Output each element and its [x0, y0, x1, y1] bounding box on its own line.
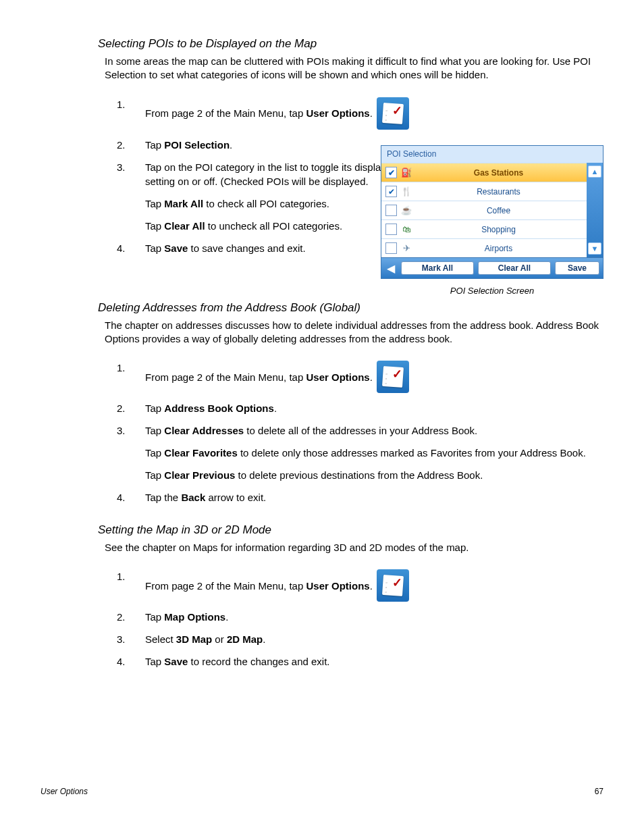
poi-category-icon: 🛍: [401, 224, 412, 234]
step-number: 2.: [117, 138, 126, 152]
checkbox-icon[interactable]: ✔: [385, 167, 397, 178]
page-number: 67: [595, 787, 603, 796]
section-intro-mapmode: See the chapter on Maps for information …: [105, 541, 603, 554]
step-text: Tap POI Selection.: [145, 139, 232, 151]
poi-row-label: Airports: [414, 244, 583, 253]
poi-window-title: POI Selection: [381, 146, 603, 163]
poi-row[interactable]: 🛍Shopping: [381, 219, 587, 238]
poi-row-label: Shopping: [414, 225, 583, 234]
step-text: Select 3D Map or 2D Map.: [145, 633, 265, 645]
poi-row[interactable]: ☕Coffee: [381, 201, 587, 219]
step-number: 1.: [117, 569, 126, 583]
step-text: From page 2 of the Main Menu, tap User O…: [145, 370, 373, 384]
step-number: 1.: [117, 97, 126, 111]
user-options-icon: ▫▫▫: [377, 361, 409, 393]
step-text: Tap Mark All to check all POI categories…: [145, 197, 402, 211]
poi-row[interactable]: ✈Airports: [381, 238, 587, 257]
step-number: 4.: [117, 654, 126, 669]
section-heading-addresses: Deleting Addresses from the Address Book…: [98, 301, 603, 315]
step-number: 4.: [117, 490, 126, 504]
section-intro-addresses: The chapter on addresses discusses how t…: [105, 319, 603, 346]
steps-addresses: 1. From page 2 of the Main Menu, tap Use…: [105, 361, 603, 504]
poi-row[interactable]: ✔🍴Restaurants: [381, 182, 587, 201]
figure-caption: POI Selection Screen: [381, 286, 603, 296]
step-text: Tap Clear All to uncheck all POI categor…: [145, 219, 402, 233]
step-text: Tap Map Options.: [145, 611, 228, 623]
checkbox-icon[interactable]: [385, 224, 397, 235]
footer-section-name: User Options: [41, 787, 88, 796]
save-button[interactable]: Save: [555, 261, 599, 275]
section-heading-poi: Selecting POIs to be Displayed on the Ma…: [98, 37, 603, 51]
poi-row[interactable]: ✔⛽Gas Stations: [381, 163, 587, 182]
scroll-down-icon[interactable]: ▼: [588, 242, 601, 255]
section-heading-mapmode: Setting the Map in 3D or 2D Mode: [98, 523, 603, 537]
step-text: From page 2 of the Main Menu, tap User O…: [145, 579, 373, 593]
step-text: Tap Save to record the changes and exit.: [145, 656, 330, 667]
poi-row-label: Coffee: [414, 206, 583, 215]
user-options-icon: ▫▫▫: [377, 97, 409, 130]
step-text: Tap Clear Previous to delete previous de…: [145, 468, 603, 482]
poi-category-icon: ✈: [401, 243, 412, 253]
back-arrow-icon[interactable]: ◀: [385, 261, 397, 276]
poi-window: POI Selection ✔⛽Gas Stations✔🍴Restaurant…: [381, 145, 603, 279]
step-number: 3.: [117, 423, 126, 438]
step-number: 2.: [117, 401, 126, 415]
step-number: 3.: [117, 632, 126, 646]
poi-category-icon: ☕: [401, 205, 412, 215]
poi-selection-figure: POI Selection ✔⛽Gas Stations✔🍴Restaurant…: [381, 145, 603, 296]
poi-row-label: Gas Stations: [414, 168, 583, 178]
poi-category-icon: ⛽: [401, 167, 412, 178]
checkbox-icon[interactable]: ✔: [385, 186, 397, 197]
user-options-icon: ▫▫▫: [377, 569, 409, 602]
scrollbar[interactable]: ▲ ▼: [587, 163, 603, 257]
step-text: Tap Save to save changes and exit.: [145, 242, 306, 254]
scroll-up-icon[interactable]: ▲: [588, 165, 601, 178]
step-text: Tap on the POI category in the list to t…: [145, 160, 402, 188]
step-text: Tap Clear Addresses to delete all of the…: [145, 423, 603, 438]
step-text: Tap Address Book Options.: [145, 402, 277, 414]
poi-row-label: Restaurants: [414, 187, 583, 197]
step-number: 3.: [117, 160, 126, 174]
page-footer: User Options 67: [41, 787, 603, 796]
step-number: 1.: [117, 361, 126, 375]
steps-mapmode: 1. From page 2 of the Main Menu, tap Use…: [105, 569, 603, 669]
step-text: Tap the Back arrow to exit.: [145, 492, 266, 503]
mark-all-button[interactable]: Mark All: [401, 261, 474, 275]
poi-category-icon: 🍴: [401, 186, 412, 197]
step-number: 2.: [117, 610, 126, 624]
step-number: 4.: [117, 241, 126, 255]
clear-all-button[interactable]: Clear All: [478, 261, 551, 275]
step-text: From page 2 of the Main Menu, tap User O…: [145, 106, 373, 120]
checkbox-icon[interactable]: [385, 205, 397, 216]
step-text: Tap Clear Favorites to delete only those…: [145, 446, 603, 460]
section-intro-poi: In some areas the map can be cluttered w…: [105, 55, 603, 82]
checkbox-icon[interactable]: [385, 242, 397, 254]
